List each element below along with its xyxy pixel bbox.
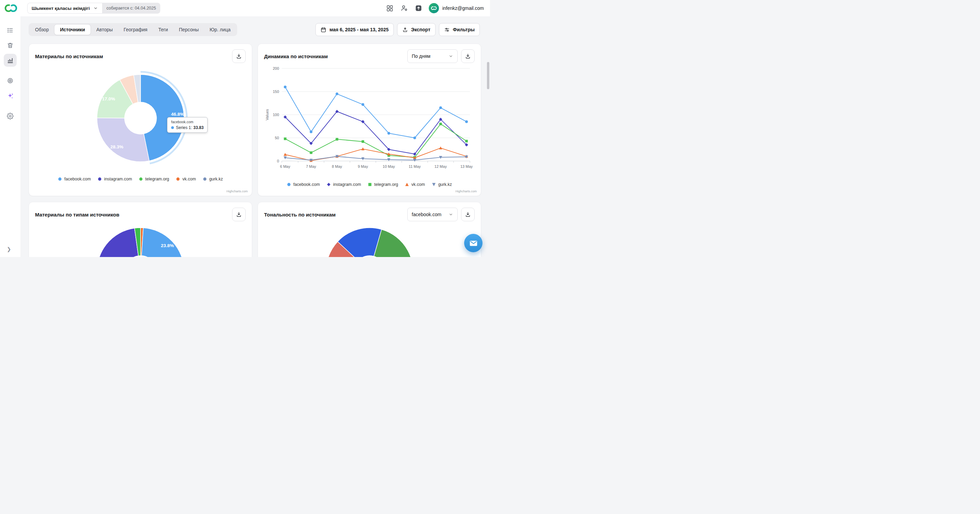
sidebar-item-trash-icon[interactable] — [4, 39, 17, 52]
types-pie-chart[interactable]: 23.8% — [35, 222, 246, 257]
svg-text:17.0%: 17.0% — [102, 96, 115, 102]
tab-1[interactable]: Источники — [54, 24, 91, 35]
tab-5[interactable]: Персоны — [173, 24, 204, 35]
chevron-down-icon — [449, 54, 453, 59]
highcharts-credit[interactable]: Highcharts.com — [226, 189, 248, 193]
tooltip-series-label: Series 1: — [176, 125, 192, 130]
chevron-down-icon — [93, 6, 98, 11]
legend-marker-diamond — [327, 183, 331, 186]
tab-2[interactable]: Авторы — [91, 24, 118, 35]
legend-item[interactable]: telegram.org — [368, 182, 398, 187]
legend-item[interactable]: gurk.kz — [203, 177, 223, 181]
tab-4[interactable]: Теги — [153, 24, 173, 35]
period-select-value: По дням — [412, 53, 430, 59]
svg-text:28.3%: 28.3% — [110, 144, 123, 150]
filters-button[interactable]: Фильтры — [439, 23, 480, 36]
user-settings-icon[interactable] — [400, 4, 408, 12]
export-icon — [402, 27, 408, 33]
apps-grid-icon[interactable] — [386, 4, 394, 12]
chat-widget-button[interactable] — [464, 234, 482, 252]
download-chart-button[interactable] — [461, 208, 475, 221]
download-icon — [236, 212, 242, 218]
svg-text:50: 50 — [275, 136, 279, 140]
legend-item[interactable]: facebook.com — [58, 177, 91, 181]
sidebar-item-target-icon[interactable] — [4, 74, 17, 87]
user-avatar[interactable] — [429, 3, 439, 13]
svg-text:23.8%: 23.8% — [161, 243, 174, 248]
legend-item[interactable]: instagram.com — [98, 177, 132, 181]
legend-item[interactable]: telegram.org — [139, 177, 169, 181]
dynamics-line-chart[interactable]: 0501001502006 May7 May8 May9 May10 May11… — [264, 64, 475, 177]
period-select[interactable]: По дням — [407, 49, 458, 63]
topbar: Шымкент қаласы әкімдігі собирается с: 04… — [0, 0, 490, 16]
date-range-button[interactable]: мая 6, 2025 - мая 13, 2025 — [315, 23, 394, 36]
chart-tooltip: facebook.com Series 1:33.83 — [167, 117, 208, 133]
page-scrollbar-thumb[interactable] — [487, 62, 489, 89]
card-tonality-pie: Тональность по источникам facebook.com — [258, 202, 481, 257]
date-range-label: мая 6, 2025 - мая 13, 2025 — [329, 27, 388, 32]
line-legend: facebook.cominstagram.comtelegram.orgvk.… — [264, 182, 475, 187]
legend-marker-circle — [287, 183, 291, 186]
tooltip-header: facebook.com — [171, 120, 204, 124]
sidebar-item-list-icon[interactable] — [4, 24, 17, 37]
legend-item[interactable]: facebook.com — [287, 182, 320, 187]
envelope-icon — [469, 239, 478, 248]
sidebar-item-analytics-icon[interactable] — [4, 54, 17, 67]
download-icon — [465, 53, 471, 59]
card-title: Материалы по типам источников — [35, 212, 119, 218]
svg-text:200: 200 — [273, 66, 279, 70]
card-dynamics-line: Динамика по источникам По дням 050100150… — [258, 44, 481, 196]
legend-marker-triangle-down — [432, 183, 436, 186]
svg-text:10 May: 10 May — [383, 164, 395, 169]
sidebar: ❯ — [0, 16, 21, 257]
legend-marker-triangle — [405, 183, 409, 186]
chevron-down-icon — [449, 212, 453, 217]
card-title: Материалы по источникам — [35, 53, 103, 59]
tonality-pie-chart[interactable] — [264, 222, 475, 257]
upload-box-icon[interactable] — [414, 4, 423, 12]
svg-text:8 May: 8 May — [332, 164, 342, 169]
svg-text:150: 150 — [273, 89, 279, 94]
organization-selector[interactable]: Шымкент қаласы әкімдігі — [27, 3, 102, 14]
svg-text:100: 100 — [273, 113, 279, 117]
export-button[interactable]: Экспорт — [397, 23, 436, 36]
card-sources-pie: Материалы по источникам 46.8%28.3%17.0% … — [29, 44, 252, 196]
legend-marker-square — [368, 183, 372, 186]
sources-pie-chart[interactable]: 46.8%28.3%17.0% — [35, 64, 246, 172]
highcharts-credit[interactable]: Highcharts.com — [455, 189, 477, 193]
legend-item[interactable]: instagram.com — [327, 182, 361, 187]
tonality-source-select[interactable]: facebook.com — [407, 208, 458, 221]
tab-3[interactable]: География — [118, 24, 153, 35]
svg-text:7 May: 7 May — [306, 164, 316, 169]
legend-item[interactable]: vk.com — [405, 182, 425, 187]
download-chart-button[interactable] — [232, 49, 246, 63]
legend-item[interactable]: gurk.kz — [432, 182, 452, 187]
tab-6[interactable]: Юр. лица — [204, 24, 236, 35]
tooltip-series-dot — [171, 126, 174, 129]
app-logo — [4, 3, 18, 13]
svg-text:Values: Values — [265, 109, 269, 120]
organization-name: Шымкент қаласы әкімдігі — [32, 6, 90, 11]
sidebar-expand-chevron[interactable]: ❯ — [7, 246, 11, 252]
filters-icon — [444, 27, 450, 33]
legend-item[interactable]: vk.com — [176, 177, 196, 181]
svg-text:9 May: 9 May — [358, 164, 368, 169]
sidebar-item-ai-sparkles-icon[interactable] — [4, 89, 17, 102]
card-types-pie: Материалы по типам источников 23.8% — [29, 202, 252, 257]
tab-0[interactable]: Обзор — [30, 24, 54, 35]
svg-text:46.8%: 46.8% — [171, 111, 184, 117]
download-chart-button[interactable] — [461, 49, 475, 63]
download-icon — [236, 53, 242, 59]
svg-text:6 May: 6 May — [280, 164, 290, 169]
sidebar-item-settings-icon[interactable] — [4, 110, 17, 123]
filters-label: Фильтры — [453, 27, 475, 32]
download-chart-button[interactable] — [232, 208, 246, 221]
legend-marker-circle — [203, 177, 207, 181]
calendar-icon — [321, 27, 326, 33]
tabs: ОбзорИсточникиАвторыГеографияТегиПерсоны… — [29, 23, 237, 36]
user-email: infenkz@gmail.com — [442, 5, 484, 11]
main-content: ОбзорИсточникиАвторыГеографияТегиПерсоны… — [21, 16, 490, 257]
card-title: Тональность по источникам — [264, 212, 336, 218]
svg-text:12 May: 12 May — [434, 164, 447, 169]
export-label: Экспорт — [411, 27, 430, 32]
